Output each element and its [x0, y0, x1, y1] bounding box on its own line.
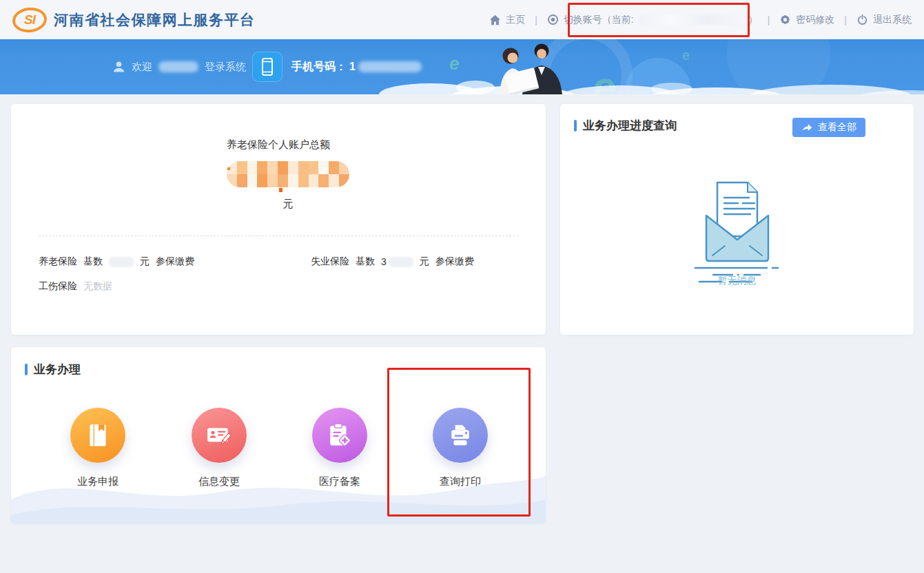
nav-switch-label-suffix: ） — [748, 14, 758, 26]
id-card-edit-icon — [192, 408, 247, 463]
clipboard-plus-icon — [312, 408, 367, 463]
gear-icon — [779, 14, 791, 25]
welcome-suffix: 登录系统 — [205, 61, 246, 74]
nav-switch-label-prefix: 切换账号（当前: — [564, 14, 634, 26]
redacted-unemployment-base — [389, 257, 413, 267]
logo-si-icon: SI — [11, 6, 48, 34]
business-item-label: 查询打印 — [418, 475, 503, 488]
pension-pay-action[interactable]: 参保缴费 — [156, 256, 194, 268]
unemployment-pay-action[interactable]: 参保缴费 — [435, 256, 474, 268]
empty-mailbox-icon — [686, 173, 789, 284]
view-all-label: 查看全部 — [818, 121, 856, 134]
view-all-button[interactable]: 查看全部 — [792, 118, 865, 137]
welcome-text: 欢迎 登录系统 — [112, 39, 246, 94]
logo-text: SI — [24, 12, 35, 28]
nav-password-label: 密码修改 — [796, 14, 834, 26]
phone-info: 手机号码： 1 — [252, 39, 422, 94]
forward-arrow-icon — [801, 123, 813, 132]
business-item-medical-record[interactable]: 医疗备案 — [297, 408, 382, 488]
redacted-user-name — [158, 61, 198, 72]
unit-label: 元 — [140, 256, 150, 268]
nav-change-password[interactable]: 密码修改 — [779, 14, 834, 26]
pension-account-card: 养老保险个人账户总额 元 养老保险 基数 元 参保缴费 失业保险 基数 3 元 — [10, 103, 546, 335]
business-item-query-print[interactable]: 查询打印 — [418, 408, 503, 488]
injury-insurance-item: 工伤保险 无数据 — [39, 280, 112, 293]
printer-icon — [433, 408, 488, 463]
insurance-name: 工伤保险 — [39, 280, 77, 293]
progress-card-title: 业务办理进度查询 — [583, 118, 677, 134]
divider — [39, 236, 518, 236]
nav-home-label: 主页 — [506, 14, 525, 26]
base-label: 基数 — [83, 256, 103, 268]
book-icon — [70, 408, 125, 463]
business-card-header: 业务办理 — [25, 362, 81, 377]
title-accent-bar — [574, 120, 577, 132]
redacted-account-name — [639, 14, 743, 25]
progress-card-header: 业务办理进度查询 — [574, 118, 677, 134]
progress-query-card: 业务办理进度查询 查看全部 暂无 — [559, 103, 914, 335]
nav-separator: | — [535, 14, 537, 25]
base-visible-digit: 3 — [381, 256, 387, 267]
phone-icon — [252, 52, 283, 82]
user-icon — [112, 60, 125, 74]
redacted-phone-number — [358, 61, 422, 72]
insurance-name: 养老保险 — [39, 256, 77, 268]
redacted-account-amount — [227, 161, 349, 187]
business-card-title: 业务办理 — [34, 362, 81, 377]
business-item-label: 医疗备案 — [297, 475, 382, 488]
power-icon — [856, 14, 868, 25]
svg-text:e: e — [449, 53, 459, 74]
nav-separator: | — [844, 14, 847, 25]
nav-separator: | — [768, 14, 770, 25]
welcome-banner: e e e — [0, 39, 924, 94]
top-nav: 主页 | 切换账号（当前: ） | — [489, 14, 912, 26]
welcome-prefix: 欢迎 — [132, 61, 152, 74]
page-title: 河南省社会保障网上服务平台 — [54, 10, 256, 30]
insurance-name: 失业保险 — [311, 256, 349, 268]
phone-visible-digit: 1 — [349, 61, 356, 73]
svg-text:e: e — [682, 48, 690, 63]
title-accent-bar — [25, 364, 28, 375]
pension-insurance-item: 养老保险 基数 元 参保缴费 — [39, 256, 194, 268]
business-item-label: 信息变更 — [176, 475, 262, 488]
nav-switch-account[interactable]: 切换账号（当前: ） — [547, 14, 758, 26]
base-label: 基数 — [356, 256, 375, 268]
account-total-title: 养老保险个人账户总额 — [11, 138, 546, 152]
unit-label: 元 — [420, 256, 429, 268]
phone-label: 手机号码： — [291, 60, 347, 74]
nav-home[interactable]: 主页 — [489, 14, 525, 26]
business-item-declare[interactable]: 业务申报 — [55, 408, 141, 488]
bullseye-icon — [547, 14, 559, 25]
business-item-info-change[interactable]: 信息变更 — [176, 408, 262, 488]
no-data-label: 无数据 — [83, 280, 112, 293]
page: SI 河南省社会保障网上服务平台 主页 | 切换账号（当前: ） | — [0, 0, 924, 573]
phone-number-text: 手机号码： 1 — [291, 60, 422, 74]
nav-logout[interactable]: 退出系统 — [856, 14, 912, 26]
home-icon — [489, 14, 501, 25]
business-item-label: 业务申报 — [55, 475, 141, 488]
brand: SI 河南省社会保障网上服务平台 — [12, 8, 256, 32]
unemployment-insurance-item: 失业保险 基数 3 元 参保缴费 — [311, 256, 474, 268]
app-header: SI 河南省社会保障网上服务平台 主页 | 切换账号（当前: ） | — [0, 0, 924, 39]
business-handling-card: 业务办理 业务申报 — [10, 346, 546, 524]
account-unit: 元 — [21, 198, 555, 211]
redacted-pension-base — [109, 257, 134, 267]
nav-logout-label: 退出系统 — [873, 14, 912, 26]
empty-message: 暂无消息 — [560, 275, 914, 287]
